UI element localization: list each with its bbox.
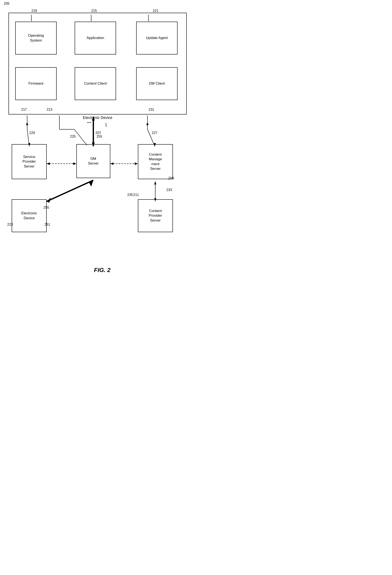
ref-219: 219 [31, 9, 37, 13]
electronic-device-label: Electronic Device [83, 116, 112, 120]
ref-215: 215 [91, 9, 97, 13]
svg-line-1 [27, 129, 29, 146]
ref-207: 207 [96, 131, 101, 135]
ref-221: 221 [153, 9, 158, 13]
electronic-device-outer-box: Operating System Application Update Agen… [8, 13, 187, 115]
application-box: Application [75, 22, 116, 54]
firmware-box: Firmware [15, 67, 57, 100]
update-agent-box: Update Agent [136, 22, 177, 54]
svg-marker-20 [135, 162, 138, 165]
dm-server-box: DM Server [76, 144, 110, 178]
ref-205: 205 [4, 2, 10, 5]
ref-255b: 255 [44, 206, 49, 210]
ref-223: 223 [7, 223, 13, 226]
ref-235: 235 [127, 193, 133, 197]
svg-marker-26 [89, 180, 93, 187]
content-management-server-box: Content Manage ment Server [138, 144, 173, 179]
content-client-box: Content Client [75, 67, 116, 100]
ref-255a: 255 [97, 135, 102, 139]
electronic-device2-box: Electronic Device [12, 199, 47, 232]
ref-227: 227 [152, 131, 157, 135]
ref-229: 229 [29, 131, 35, 135]
ref-209: 209 [168, 176, 174, 180]
svg-marker-14 [146, 122, 148, 125]
svg-marker-25 [47, 198, 51, 203]
ref-251: 251 [45, 223, 50, 226]
ref-213: 213 [47, 108, 52, 112]
svg-marker-19 [110, 162, 114, 165]
svg-marker-22 [154, 181, 156, 185]
svg-marker-17 [73, 162, 76, 165]
svg-line-6 [74, 129, 87, 145]
ref-211: 211 [133, 193, 139, 197]
ref-225: 225 [70, 135, 76, 139]
svg-marker-16 [47, 162, 50, 165]
content-provider-server-box: Content Provider Server [138, 199, 173, 232]
dm-client-box: DM Client [136, 67, 177, 100]
ref-217: 217 [21, 108, 27, 112]
ref-231: 231 [148, 108, 154, 112]
figure-label: FIG. 2 [4, 267, 196, 273]
svg-line-24 [47, 180, 93, 201]
ref-233: 233 [166, 188, 172, 192]
operating-system-box: Operating System [15, 22, 57, 54]
service-provider-server-box: Service Provider Server [12, 144, 47, 179]
diagram-container: 205 Operating System Application Update … [0, 0, 196, 276]
svg-marker-3 [26, 122, 28, 125]
